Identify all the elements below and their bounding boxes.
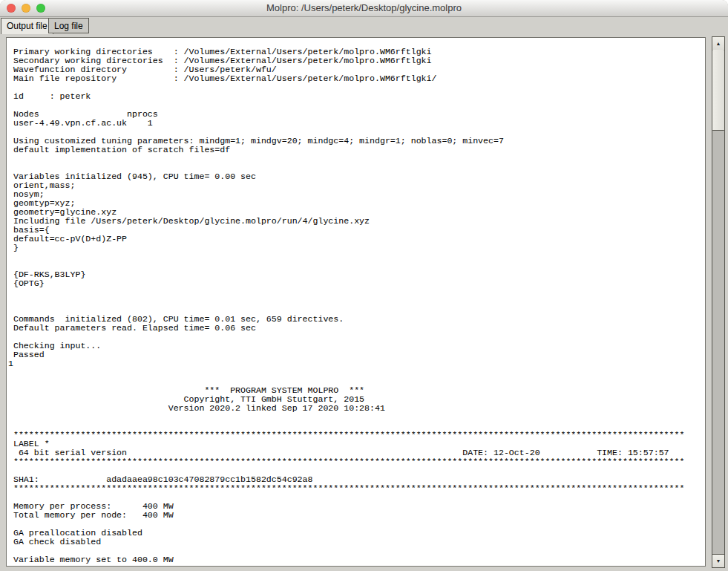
tab-bar: Output file Log file bbox=[0, 17, 728, 34]
scroll-down-icon: ▼ bbox=[716, 558, 721, 564]
molpro-window: Molpro: /Users/peterk/Desktop/glycine.mo… bbox=[0, 0, 728, 571]
tab-output-file[interactable]: Output file bbox=[1, 18, 53, 34]
tab-log-file[interactable]: Log file bbox=[48, 18, 89, 33]
scroll-up-button[interactable]: ▲ bbox=[712, 37, 724, 50]
scrollbar-thumb[interactable] bbox=[712, 50, 724, 131]
output-text: Primary working directories : /Volumes/E… bbox=[7, 38, 705, 564]
window-title: Molpro: /Users/peterk/Desktop/glycine.mo… bbox=[0, 0, 728, 16]
scroll-up-icon: ▲ bbox=[716, 41, 721, 46]
output-text-area[interactable]: Primary working directories : /Volumes/E… bbox=[6, 37, 706, 567]
window-titlebar: Molpro: /Users/peterk/Desktop/glycine.mo… bbox=[0, 0, 728, 17]
vertical-scrollbar[interactable]: ▲ ▼ bbox=[712, 36, 725, 568]
scroll-down-button[interactable]: ▼ bbox=[712, 554, 724, 567]
